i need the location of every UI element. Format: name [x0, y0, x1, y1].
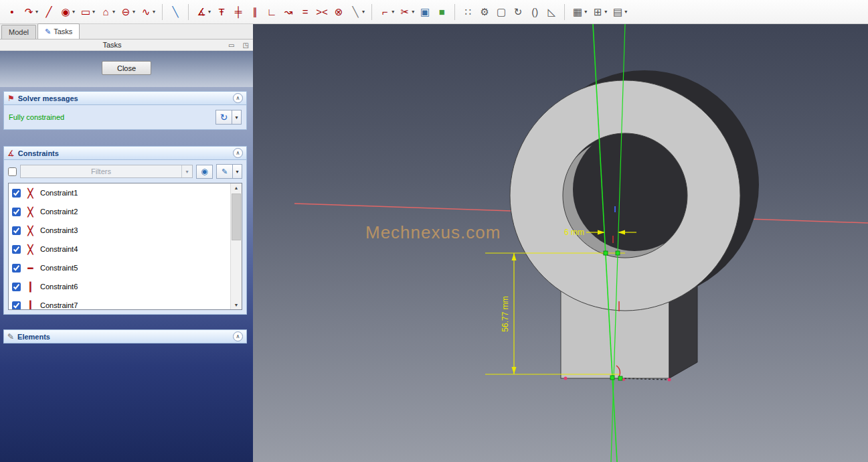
trim-edge-button[interactable]: ✂▾ — [397, 3, 416, 21]
chevron-down-icon[interactable]: ▾ — [133, 9, 135, 15]
select-unconstrained-dof-button[interactable]: ∷ — [460, 3, 476, 21]
toggle-construction-icon: ╲ — [169, 7, 181, 17]
chevron-down-icon[interactable]: ▾ — [412, 9, 414, 15]
render-order-button[interactable]: ▤▾ — [610, 3, 629, 21]
constraint-equal-button[interactable]: = — [297, 3, 313, 21]
filter-checkbox[interactable] — [8, 167, 17, 176]
chevron-down-icon[interactable]: ▾ — [392, 9, 394, 15]
chevron-down-icon[interactable]: ▾ — [624, 9, 627, 15]
constraints-header[interactable]: ∡ Constraints ∧ — [3, 146, 247, 160]
scrollbar-thumb[interactable] — [232, 194, 241, 240]
create-line-button[interactable]: ╱ — [41, 3, 57, 21]
datum-point[interactable] — [564, 377, 568, 380]
datum-point[interactable] — [622, 378, 625, 381]
close-button[interactable]: Close — [102, 61, 151, 75]
constraint-checkbox[interactable] — [12, 245, 21, 254]
width-dimension-label[interactable]: 6 mm — [564, 228, 584, 237]
toggle-driving-constraint-button[interactable]: ╲▾ — [347, 3, 367, 21]
scroll-up-icon[interactable]: ▲ — [234, 185, 239, 190]
collapse-icon[interactable]: ∧ — [233, 93, 243, 103]
constraint-row[interactable]: ╳Constraint2 — [9, 202, 242, 221]
float-icon[interactable]: ◳ — [239, 42, 253, 49]
chevron-down-icon[interactable]: ▾ — [233, 164, 242, 179]
fillet-button[interactable]: ⌐▾ — [377, 3, 396, 21]
refresh-icon[interactable]: ↻ — [215, 110, 232, 125]
sketch-point[interactable] — [610, 376, 614, 380]
chevron-down-icon[interactable]: ▾ — [232, 110, 242, 125]
constraint-row[interactable]: ┃Constraint6 — [9, 277, 242, 296]
toggle-grid-button[interactable]: ▦▾ — [570, 3, 589, 21]
rotate-clone-icon: ↻ — [512, 7, 524, 17]
sketch-point[interactable] — [616, 251, 620, 255]
toolbar-separator — [371, 4, 372, 20]
validate-sketch-button[interactable]: ⚙ — [476, 3, 493, 21]
scroll-down-icon[interactable]: ▼ — [234, 303, 239, 307]
chevron-down-icon[interactable]: ▾ — [72, 9, 75, 15]
constraint-checkbox[interactable] — [12, 208, 21, 216]
chevron-down-icon[interactable]: ▾ — [112, 9, 115, 15]
create-arc-button[interactable]: ↷▾ — [21, 3, 40, 21]
collapse-icon[interactable]: ∧ — [233, 331, 243, 341]
create-bspline-button[interactable]: ∿▾ — [138, 3, 157, 21]
elements-header[interactable]: ✎ Elements ∧ — [3, 329, 247, 343]
chevron-down-icon[interactable]: ▾ — [208, 9, 211, 15]
external-geometry-button[interactable]: ▣ — [417, 3, 433, 21]
tab-model[interactable]: Model — [1, 25, 36, 39]
visibility-eye-icon[interactable]: ◉ — [196, 165, 213, 179]
sketch-point[interactable] — [618, 376, 622, 380]
height-dimension-label[interactable]: 56.77 mm — [501, 296, 510, 331]
sketch-point[interactable] — [604, 251, 608, 255]
constraint-block-button[interactable]: ⊗ — [331, 3, 347, 21]
constraint-symmetric-button[interactable]: >< — [314, 3, 330, 21]
stop-operation-button[interactable]: ◺ — [543, 3, 559, 21]
constraint-tangent-button[interactable]: ↝ — [280, 3, 296, 21]
watermark-text: Mechnexus.com — [365, 222, 501, 242]
combo-view-tabbar: Model ✎ Tasks — [0, 24, 253, 40]
chevron-down-icon[interactable]: ▾ — [92, 9, 95, 15]
rotate-clone-button[interactable]: ↻ — [510, 3, 526, 21]
join-curves-button[interactable]: () — [527, 3, 543, 21]
constraint-horizontal-distance-button[interactable]: ╪ — [230, 3, 246, 21]
element-selection-button[interactable]: ▢ — [493, 3, 509, 21]
toggle-driving-constraint-icon: ╲ — [349, 7, 361, 17]
chevron-down-icon[interactable]: ▾ — [604, 9, 607, 15]
constraint-checkbox[interactable] — [12, 226, 21, 235]
filter-edit-icon[interactable]: ✎ — [216, 164, 233, 179]
create-polygon-button[interactable]: ⌂▾ — [98, 3, 117, 21]
filters-combobox[interactable]: Filters ▾ — [20, 165, 193, 178]
create-point-button[interactable]: • — [4, 3, 20, 21]
chevron-down-icon[interactable]: ▾ — [584, 9, 587, 15]
dimension-button[interactable]: ∡▾ — [193, 3, 213, 21]
create-slot-button[interactable]: ⊖▾ — [118, 3, 137, 21]
constraint-checkbox[interactable] — [12, 283, 21, 291]
3d-viewport[interactable]: Mechnexus.com 6 mm 56.77 mm — [253, 24, 868, 462]
tab-tasks[interactable]: ✎ Tasks — [37, 23, 80, 39]
collapse-icon[interactable]: ∧ — [233, 148, 243, 158]
dock-icon[interactable]: ▭ — [224, 42, 238, 49]
constraints-filter-row: Filters ▾ ◉ ✎ ▾ — [8, 164, 242, 179]
chevron-down-icon[interactable]: ▾ — [35, 9, 38, 15]
datum-point[interactable] — [668, 378, 671, 382]
constraint-checkbox[interactable] — [12, 189, 21, 198]
chevron-down-icon[interactable]: ▾ — [153, 9, 155, 15]
create-circle-button[interactable]: ◉▾ — [58, 3, 77, 21]
chevron-down-icon[interactable]: ▾ — [362, 9, 365, 15]
toggle-snap-button[interactable]: ⊞▾ — [590, 3, 609, 21]
toggle-construction-button[interactable]: ╲ — [167, 3, 183, 21]
constraint-row[interactable]: ╳Constraint4 — [9, 240, 242, 258]
constraint-row[interactable]: ━Constraint5 — [9, 258, 242, 277]
solver-messages-section: ⚑ Solver messages ∧ Fully constrained ↻ … — [3, 91, 247, 130]
constraint-row[interactable]: ╳Constraint1 — [9, 183, 242, 202]
solver-messages-header[interactable]: ⚑ Solver messages ∧ — [3, 91, 247, 105]
create-rectangle-button[interactable]: ▭▾ — [78, 3, 97, 21]
constraint-checkbox[interactable] — [12, 301, 21, 310]
constraint-block-icon: ⊗ — [333, 7, 345, 17]
constraint-checkbox[interactable] — [12, 264, 21, 273]
constraint-parallel-button[interactable]: ∥ — [247, 3, 263, 21]
constraint-row[interactable]: ╳Constraint3 — [9, 221, 242, 240]
constraint-row[interactable]: ┃Constraint7 — [9, 296, 242, 310]
constraint-perpendicular-button[interactable]: ∟ — [264, 3, 280, 21]
combo-view-panel: Model ✎ Tasks Tasks ▭ ◳ Close ⚑ Solver m… — [0, 24, 253, 462]
carbon-copy-button[interactable]: ■ — [434, 3, 450, 21]
constraint-vertical-distance-button[interactable]: Ŧ — [213, 3, 230, 21]
